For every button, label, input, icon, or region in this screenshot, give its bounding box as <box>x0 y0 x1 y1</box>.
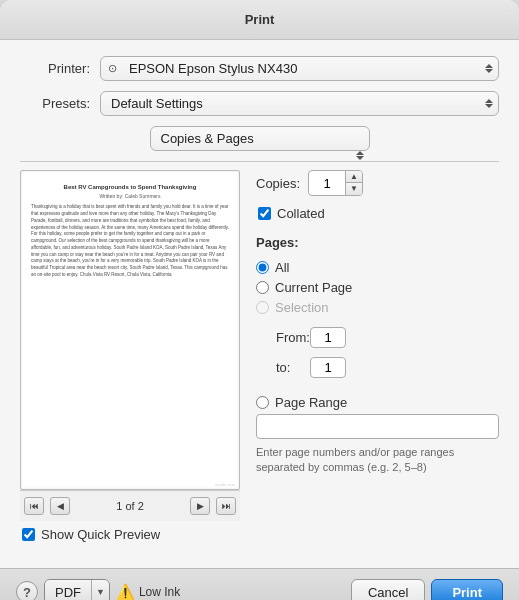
options-panel: Copies: ▲ ▼ Collated Pages: <box>256 170 499 552</box>
page-indicator: 1 of 2 <box>76 500 184 512</box>
printer-select[interactable]: EPSON Epson Stylus NX430 <box>100 56 499 81</box>
to-input[interactable] <box>310 357 346 378</box>
nav-first-button[interactable]: ⏮ <box>24 497 44 515</box>
copies-input[interactable] <box>309 174 345 193</box>
from-row: From: <box>276 327 499 348</box>
ink-warning-text: Low Ink <box>139 585 180 599</box>
bottom-bar: ? PDF ▼ ⚠️ Low Ink Cancel Print <box>0 568 519 600</box>
pdf-group: PDF ▼ <box>44 579 110 600</box>
print-button[interactable]: Print <box>431 579 503 600</box>
preview-content: Best RV Campgrounds to Spend Thanksgivin… <box>21 171 239 291</box>
printer-select-wrapper: ⊙ EPSON Epson Stylus NX430 <box>100 56 499 81</box>
to-row: to: <box>276 357 499 378</box>
preview-title: Best RV Campgrounds to Spend Thanksgivin… <box>31 183 229 191</box>
preview-body: Thanksgiving is a holiday that is best s… <box>31 204 229 278</box>
preview-box: Best RV Campgrounds to Spend Thanksgivin… <box>20 170 240 490</box>
hint-text: Enter page numbers and/or page ranges se… <box>256 445 499 476</box>
to-label: to: <box>276 360 304 375</box>
printer-row: Printer: ⊙ EPSON Epson Stylus NX430 <box>20 56 499 81</box>
collated-row: Collated <box>258 206 499 221</box>
presets-select[interactable]: Default Settings <box>100 91 499 116</box>
nav-next-button[interactable]: ▶ <box>190 497 210 515</box>
pages-radio-group: All Current Page Selection <box>256 260 499 315</box>
nav-last-button[interactable]: ⏭ <box>216 497 236 515</box>
collated-checkbox[interactable] <box>258 207 271 220</box>
copies-stepper: ▲ ▼ <box>345 171 362 195</box>
preview-subtitle: Written by: Caleb Summers <box>31 193 229 200</box>
radio-all-row: All <box>256 260 499 275</box>
copies-label: Copies: <box>256 176 300 191</box>
radio-current-label: Current Page <box>275 280 352 295</box>
radio-current-row: Current Page <box>256 280 499 295</box>
copies-pages-wrapper: Copies & Pages <box>150 126 370 151</box>
cancel-button[interactable]: Cancel <box>351 579 425 600</box>
arrow-up-icon <box>356 151 364 155</box>
radio-selection-label: Selection <box>275 300 328 315</box>
preview-nav: ⏮ ◀ 1 of 2 ▶ ⏭ <box>20 490 240 521</box>
presets-row: Presets: Default Settings <box>20 91 499 116</box>
presets-label: Presets: <box>20 96 90 111</box>
copies-row: Copies: ▲ ▼ <box>256 170 499 196</box>
help-button[interactable]: ? <box>16 581 38 600</box>
main-area: Best RV Campgrounds to Spend Thanksgivin… <box>20 170 499 552</box>
page-range-label: Page Range <box>275 395 347 410</box>
preview-panel: Best RV Campgrounds to Spend Thanksgivin… <box>20 170 240 552</box>
separator <box>20 161 499 162</box>
show-quick-preview-label: Show Quick Preview <box>41 527 160 542</box>
ink-warning: ⚠️ Low Ink <box>116 583 180 600</box>
page-range-section: Page Range Enter page numbers and/or pag… <box>256 395 499 476</box>
copies-input-wrap: ▲ ▼ <box>308 170 363 196</box>
radio-selection[interactable] <box>256 301 269 314</box>
from-label: From: <box>276 330 304 345</box>
copies-decrement-button[interactable]: ▼ <box>346 183 362 195</box>
arrow-down-icon <box>356 156 364 160</box>
pages-label: Pages: <box>256 235 499 250</box>
pdf-dropdown-button[interactable]: ▼ <box>91 580 109 600</box>
presets-select-wrapper: Default Settings <box>100 91 499 116</box>
radio-current-page[interactable] <box>256 281 269 294</box>
pdf-button[interactable]: PDF <box>45 580 91 600</box>
dialog-content: Printer: ⊙ EPSON Epson Stylus NX430 Pres… <box>0 40 519 568</box>
collated-label: Collated <box>277 206 325 221</box>
radio-selection-row: Selection <box>256 300 499 315</box>
watermark: wsxdn.com <box>215 482 235 487</box>
nav-prev-button[interactable]: ◀ <box>50 497 70 515</box>
title-text: Print <box>245 12 275 27</box>
radio-page-range[interactable] <box>256 396 269 409</box>
radio-all-label: All <box>275 260 289 275</box>
warning-icon: ⚠️ <box>116 583 135 600</box>
printer-label: Printer: <box>20 61 90 76</box>
copies-pages-select[interactable]: Copies & Pages <box>150 126 370 151</box>
page-range-input[interactable] <box>256 414 499 439</box>
radio-all[interactable] <box>256 261 269 274</box>
copies-pages-arrow <box>356 151 364 160</box>
print-dialog: Print Printer: ⊙ EPSON Epson Stylus NX43… <box>0 0 519 600</box>
copies-pages-row: Copies & Pages <box>20 126 499 151</box>
dialog-title: Print <box>0 0 519 40</box>
show-quick-preview-row: Show Quick Preview <box>22 527 240 542</box>
show-quick-preview-checkbox[interactable] <box>22 528 35 541</box>
page-range-radio-row: Page Range <box>256 395 499 410</box>
copies-increment-button[interactable]: ▲ <box>346 171 362 183</box>
from-input[interactable] <box>310 327 346 348</box>
